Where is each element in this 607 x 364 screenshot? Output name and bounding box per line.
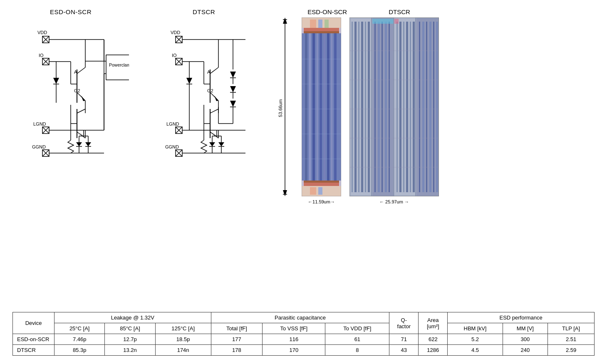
svg-text:VDD: VDD — [171, 30, 180, 35]
esd-circuit-svg: VDD IO LGND — [12, 20, 129, 178]
svg-rect-175 — [385, 22, 387, 192]
svg-marker-82 — [186, 78, 192, 84]
svg-rect-176 — [389, 22, 390, 192]
circuit-area: ESD-ON-SCR VDD IO LGND — [12, 8, 262, 178]
svg-rect-156 — [310, 20, 316, 28]
esd-layout-image — [302, 17, 341, 196]
esd-device: ESD-on-SCR — [13, 334, 55, 345]
svg-rect-178 — [399, 22, 401, 192]
th-mm: MM [V] — [503, 323, 548, 334]
th-device: Device — [13, 312, 55, 334]
th-leakage-25: 25°C [A] — [55, 323, 105, 334]
dtscr-circuit-title: DTSCR — [193, 8, 215, 15]
esd-leakage-25: 7.46p — [55, 334, 105, 345]
esd-leakage-85: 12.7p — [105, 334, 155, 345]
svg-rect-159 — [310, 187, 316, 195]
svg-rect-168 — [358, 22, 359, 192]
dtscr-leakage-25: 85.3p — [55, 345, 105, 356]
svg-line-36 — [77, 109, 85, 113]
svg-rect-167 — [354, 22, 357, 192]
esd-hbm: 5.2 — [448, 334, 503, 345]
svg-marker-122 — [218, 142, 224, 146]
svg-text:GGND: GGND — [32, 144, 46, 149]
svg-marker-110 — [230, 101, 236, 107]
esd-mm: 300 — [503, 334, 548, 345]
svg-marker-99 — [212, 132, 218, 138]
dtscr-qfactor: 43 — [389, 345, 419, 356]
svg-rect-173 — [378, 22, 380, 192]
svg-rect-177 — [396, 22, 398, 192]
svg-rect-142 — [320, 33, 322, 181]
esd-tlp: 2.51 — [548, 334, 595, 345]
svg-marker-104 — [230, 72, 236, 78]
dtscr-tlp: 2.59 — [548, 345, 595, 356]
esd-para-total: 177 — [211, 334, 263, 345]
svg-rect-146 — [334, 33, 337, 181]
table-row-dtscr: DTSCR 85.3p 13.2n 174n 178 170 8 43 1286… — [13, 345, 595, 356]
th-leakage-85: 85°C [A] — [105, 323, 155, 334]
svg-rect-166 — [352, 22, 353, 192]
esd-para-vdd: 61 — [325, 334, 389, 345]
svg-marker-128 — [283, 17, 287, 24]
dtscr-layout-image — [349, 17, 439, 196]
esd-para-vss: 116 — [263, 334, 325, 345]
svg-marker-107 — [230, 86, 236, 92]
th-para-total: Total [fF] — [211, 323, 263, 334]
esd-circuit-title: ESD-ON-SCR — [50, 8, 92, 15]
svg-text:G2: G2 — [74, 88, 80, 93]
svg-text:Powerclamp: Powerclamp — [109, 62, 129, 67]
dtscr-h-dim-container: ← 25.97um → — [349, 199, 439, 204]
svg-marker-29 — [81, 96, 85, 101]
layout-images-row: 53.66um — [279, 17, 439, 204]
svg-rect-136 — [304, 31, 339, 33]
svg-line-26 — [77, 67, 85, 74]
svg-rect-195 — [394, 19, 399, 24]
table-row-esd: ESD-on-SCR 7.46p 12.7p 18.5p 177 116 61 … — [13, 334, 595, 345]
svg-rect-188 — [436, 22, 438, 192]
svg-rect-170 — [365, 22, 366, 192]
top-section: ESD-ON-SCR VDD IO LGND — [12, 8, 595, 306]
svg-rect-187 — [433, 22, 434, 192]
dtscr-para-vss: 170 — [263, 345, 325, 356]
svg-text:GGND: GGND — [165, 144, 179, 149]
svg-rect-184 — [422, 22, 424, 192]
dtscr-layout-title: DTSCR — [389, 8, 410, 15]
th-parasitic: Parasitic capacitance — [211, 312, 389, 323]
th-esd: ESD performance — [448, 312, 595, 323]
svg-rect-143 — [324, 33, 325, 181]
esd-vdd-label: VDD — [37, 30, 47, 35]
svg-rect-174 — [382, 22, 383, 192]
esd-area: 622 — [419, 334, 448, 345]
th-para-vss: To VSS [fF] — [263, 323, 325, 334]
svg-rect-194 — [372, 19, 393, 24]
th-leakage: Leakage @ 1.32V — [55, 312, 211, 323]
dtscr-hbm: 4.5 — [448, 345, 503, 356]
esd-layout-container: ←11.59um→ — [302, 17, 341, 204]
dtscr-layout-container: ← 25.97um → — [349, 17, 439, 204]
dtscr-area: 1286 — [419, 345, 448, 356]
svg-text:IO: IO — [39, 53, 44, 58]
svg-marker-90 — [214, 96, 218, 101]
svg-rect-139 — [309, 33, 311, 181]
th-qfactor: Q-factor — [389, 312, 419, 334]
svg-marker-21 — [53, 78, 59, 84]
dtscr-circuit-block: DTSCR VDD IO LGND — [146, 8, 262, 178]
layout-titles-row: ESD-ON-SCR DTSCR — [307, 8, 410, 15]
esd-qfactor: 71 — [389, 334, 419, 345]
svg-rect-157 — [318, 20, 322, 28]
dtscr-circuit-svg: VDD IO LGND — [146, 20, 262, 178]
svg-rect-182 — [413, 22, 415, 192]
esd-layout-title: ESD-ON-SCR — [307, 8, 347, 15]
svg-line-87 — [210, 67, 218, 74]
svg-marker-118 — [209, 142, 215, 146]
svg-rect-171 — [368, 22, 370, 192]
svg-rect-183 — [419, 22, 420, 192]
svg-text:G2: G2 — [207, 88, 213, 93]
dtscr-para-vdd: 8 — [325, 345, 389, 356]
svg-rect-180 — [406, 22, 408, 192]
svg-text:IO: IO — [172, 53, 177, 58]
svg-rect-135 — [304, 28, 339, 31]
vertical-dim-arrow: 53.66um — [279, 17, 291, 196]
svg-text:LGND: LGND — [166, 121, 179, 126]
dtscr-h-dim: ← 25.97um → — [379, 199, 409, 204]
